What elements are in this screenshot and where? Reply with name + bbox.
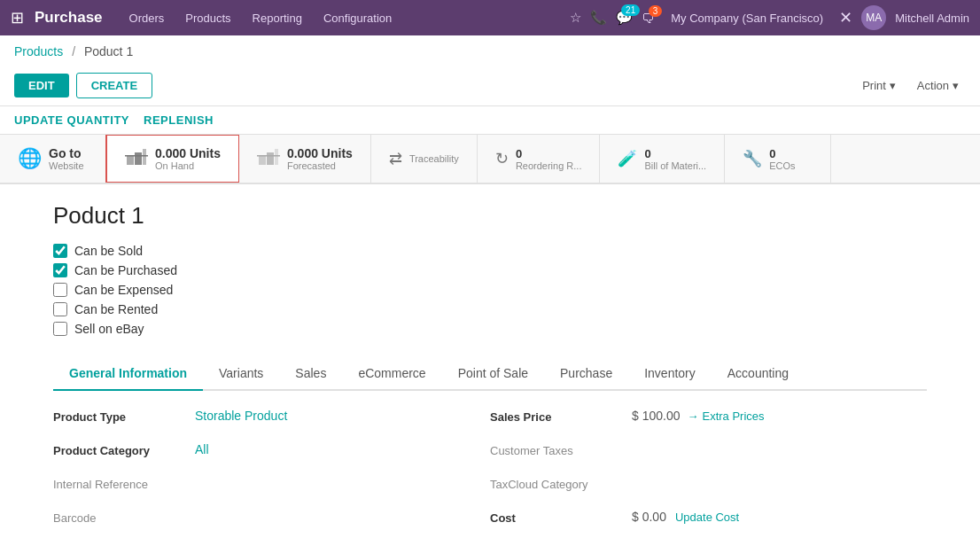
app-grid-icon[interactable]: ⊞ [11, 8, 24, 27]
product-category-value[interactable]: All [195, 442, 209, 456]
sales-price-label: Sales Price [490, 409, 632, 424]
can-be-rented-label: Can be Rented [74, 302, 158, 316]
messages-badge: 3 [649, 5, 663, 17]
svg-rect-1 [135, 152, 142, 165]
units-on-hand-button[interactable]: 0.000 Units On Hand [105, 135, 240, 183]
can-be-purchased-input[interactable] [53, 263, 67, 277]
reordering-button[interactable]: ↻ 0 Reordering R... [478, 135, 601, 183]
sales-price-value: $ 100.00 [632, 409, 681, 423]
nav-products[interactable]: Products [176, 8, 239, 28]
user-avatar[interactable]: MA [861, 5, 886, 30]
can-be-expensed-label: Can be Expensed [74, 283, 173, 297]
checkbox-can-be-purchased[interactable]: Can be Purchased [53, 263, 927, 277]
product-type-value[interactable]: Storable Product [195, 409, 287, 423]
top-navigation: ⊞ Purchase Orders Products Reporting Con… [0, 0, 980, 35]
tab-purchase[interactable]: Purchase [544, 357, 628, 391]
ecos-label: ECOs [769, 160, 795, 171]
breadcrumb-parent[interactable]: Products [14, 44, 63, 58]
svg-rect-7 [257, 155, 280, 157]
chat-badge: 21 [621, 4, 640, 16]
extra-prices-link[interactable]: → Extra Prices [688, 409, 765, 423]
units-forecasted-button[interactable]: 0.000 Units Forecasted [239, 135, 371, 183]
bom-label: Bill of Materi... [644, 160, 706, 171]
create-button[interactable]: CREATE [76, 73, 152, 98]
tab-accounting[interactable]: Accounting [712, 357, 805, 391]
reordering-icon: ↻ [495, 149, 509, 168]
star-icon[interactable]: ☆ [570, 10, 581, 26]
can-be-expensed-input[interactable] [53, 283, 67, 297]
secondary-bar: UPDATE QUANTITY REPLENISH [0, 106, 980, 135]
edit-button[interactable]: EDIT [14, 74, 69, 97]
replenish-button[interactable]: REPLENISH [144, 112, 214, 129]
traceability-label: Traceability [409, 153, 459, 164]
phone-icon[interactable]: 📞 [590, 10, 607, 26]
ecos-button[interactable]: 🔧 0 ECOs [725, 135, 831, 183]
reordering-label: Reordering R... [516, 160, 582, 171]
reordering-count: 0 [516, 147, 582, 160]
can-be-sold-label: Can be Sold [74, 244, 143, 258]
checkbox-can-be-rented[interactable]: Can be Rented [53, 302, 927, 316]
can-be-sold-input[interactable] [53, 244, 67, 258]
action-bar: EDIT CREATE Print ▾ Action ▾ [0, 67, 980, 106]
update-cost-button[interactable]: Update Cost [675, 511, 739, 524]
tab-pos[interactable]: Point of Sale [442, 357, 544, 391]
general-info-grid: Product Type Storable Product Product Ca… [53, 409, 927, 538]
bom-count: 0 [644, 147, 706, 160]
sell-on-ebay-input[interactable] [53, 322, 67, 336]
checkbox-can-be-sold[interactable]: Can be Sold [53, 244, 927, 258]
ecos-count: 0 [769, 147, 795, 160]
form-right-col: Sales Price $ 100.00 → Extra Prices Cust… [490, 409, 927, 538]
cost-row: Cost $ 0.00 Update Cost [490, 510, 909, 534]
print-chevron-icon: ▾ [890, 79, 896, 92]
nav-configuration[interactable]: Configuration [315, 8, 401, 28]
sales-price-row: Sales Price $ 100.00 → Extra Prices [490, 409, 909, 433]
product-type-label: Product Type [53, 409, 195, 424]
customer-taxes-row: Customer Taxes [490, 442, 909, 467]
app-name: Purchase [35, 9, 103, 27]
traceability-button[interactable]: ⇄ Traceability [371, 135, 478, 183]
svg-rect-2 [143, 149, 146, 165]
cost-label: Cost [490, 510, 632, 525]
form-left-col: Product Type Storable Product Product Ca… [53, 409, 490, 538]
tab-inventory[interactable]: Inventory [628, 357, 712, 391]
tab-sales[interactable]: Sales [279, 357, 342, 391]
ecos-icon: 🔧 [743, 149, 762, 168]
on-hand-value: 0.000 Units [155, 146, 221, 160]
sales-price-content: $ 100.00 → Extra Prices [632, 409, 765, 423]
can-be-purchased-label: Can be Purchased [74, 263, 177, 277]
bom-button[interactable]: 🧪 0 Bill of Materi... [600, 135, 725, 183]
checkbox-sell-on-ebay[interactable]: Sell on eBay [53, 322, 927, 336]
product-form: Poduct 1 Can be Sold Can be Purchased Ca… [0, 184, 980, 538]
product-category-row: Product Category All [53, 442, 472, 467]
svg-rect-4 [259, 156, 266, 165]
action-chevron-icon: ▾ [953, 79, 959, 92]
checkbox-can-be-expensed[interactable]: Can be Expensed [53, 283, 927, 297]
tab-ecommerce[interactable]: eCommerce [342, 357, 441, 391]
product-checkboxes: Can be Sold Can be Purchased Can be Expe… [53, 244, 927, 336]
nav-reporting[interactable]: Reporting [244, 8, 311, 28]
messages-icon[interactable]: 🗨3 [642, 11, 655, 26]
chat-icon[interactable]: 💬21 [616, 10, 633, 26]
tab-general[interactable]: General Information [53, 357, 203, 391]
company-selector[interactable]: My Company (San Francisco) [664, 8, 830, 28]
print-button[interactable]: Print ▾ [855, 75, 903, 96]
on-hand-icon [125, 147, 148, 171]
cost-value: $ 0.00 [632, 510, 666, 524]
tab-variants[interactable]: Variants [203, 357, 279, 391]
nav-orders[interactable]: Orders [121, 8, 174, 28]
top-icons: ☆ 📞 💬21 🗨3 My Company (San Francisco) ✕ … [570, 5, 969, 30]
barcode-label: Barcode [53, 510, 195, 525]
go-to-website-button[interactable]: 🌐 Go to Website [0, 135, 106, 183]
print-label: Print [862, 79, 886, 92]
on-hand-label: On Hand [155, 160, 221, 171]
update-quantity-button[interactable]: UPDATE QUANTITY [14, 112, 129, 129]
tabs-bar: General Information Variants Sales eComm… [53, 357, 927, 391]
can-be-rented-input[interactable] [53, 302, 67, 316]
action-button[interactable]: Action ▾ [910, 75, 966, 96]
go-to-website-line1: Go to [49, 146, 84, 160]
breadcrumb-current: Poduct 1 [84, 44, 133, 58]
close-icon[interactable]: ✕ [839, 8, 852, 27]
svg-rect-5 [267, 152, 274, 165]
forecasted-label: Forecasted [287, 160, 353, 171]
nav-links: Orders Products Reporting Configuration [121, 8, 401, 28]
